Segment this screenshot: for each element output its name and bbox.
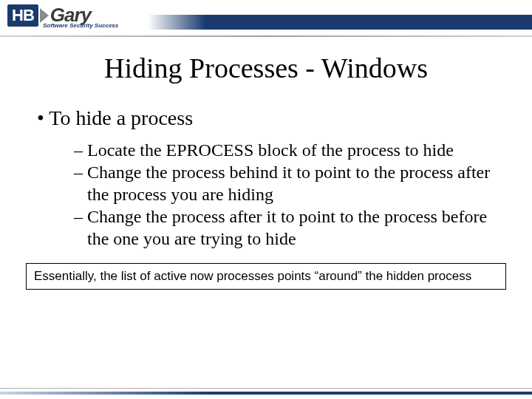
sub-bullet-item: Locate the EPROCESS block of the process…	[74, 139, 495, 161]
sub-bullet-item: Change the process behind it to point to…	[74, 161, 495, 205]
slide-content: To hide a process Locate the EPROCESS bl…	[0, 106, 532, 250]
footer-divider	[0, 388, 532, 389]
sub-bullet-list: Locate the EPROCESS block of the process…	[37, 139, 495, 250]
slide-title: Hiding Processes - Windows	[0, 52, 532, 84]
footer-stripe	[0, 392, 532, 395]
logo-hb-text: HB	[7, 4, 38, 27]
main-bullet: To hide a process	[37, 106, 495, 130]
logo-tagline: Software Security Success	[43, 22, 118, 29]
chevron-right-icon	[40, 8, 49, 23]
slide-footer	[0, 386, 532, 399]
sub-bullet-item: Change the process after it to point to …	[74, 205, 495, 250]
header-divider	[0, 35, 532, 37]
summary-note: Essentially, the list of active now proc…	[26, 263, 506, 290]
header-stripe	[148, 15, 532, 30]
slide-header: HB Gary Software Security Success	[0, 0, 532, 37]
